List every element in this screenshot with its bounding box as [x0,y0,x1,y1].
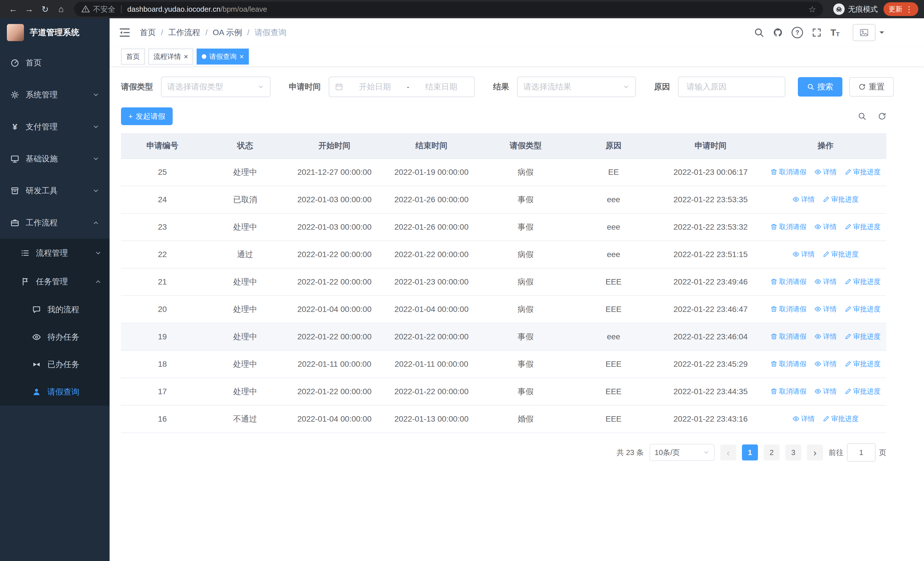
sidebar-item-devtools[interactable]: 研发工具 [0,175,110,207]
sidebar: 芋道管理系统 首页 系统管理 ¥ 支付管理 基础设施 研发工具 工作流 [0,18,110,561]
tab-home[interactable]: 首页 [121,48,145,65]
sidebar-item-my-process[interactable]: 我的流程 [0,296,110,323]
browser-back-button[interactable]: ← [6,2,21,17]
sidebar-item-done-tasks[interactable]: 已办任务 [0,351,110,378]
browser-home-button[interactable]: ⌂ [54,2,69,17]
app-logo[interactable]: 芋道管理系统 [0,18,110,47]
browser-menu-icon[interactable]: ⋮ [905,5,913,14]
cancel-leave-link[interactable]: 取消请假 [771,332,806,341]
approval-progress-link[interactable]: 审批进度 [844,304,880,314]
sidebar-collapse-icon[interactable] [119,27,131,39]
reason-input[interactable] [686,82,778,92]
sidebar-item-system[interactable]: 系统管理 [0,79,110,111]
detail-label: 详情 [801,195,815,204]
approval-progress-link[interactable]: 审批进度 [823,250,859,259]
sidebar-item-workflow[interactable]: 工作流程 [0,207,110,239]
close-icon[interactable]: × [184,53,188,60]
cancel-leave-link[interactable]: 取消请假 [771,359,806,368]
detail-link[interactable]: 详情 [814,387,837,396]
page-button-3[interactable]: 3 [785,444,801,460]
detail-link[interactable]: 详情 [792,195,815,204]
calendar-icon [335,83,343,91]
cancel-leave-link[interactable]: 取消请假 [771,277,806,286]
browser-reload-button[interactable]: ↻ [38,2,52,17]
cancel-leave-link[interactable]: 取消请假 [771,387,806,396]
github-icon[interactable] [773,27,783,38]
total-count: 共 23 条 [616,448,644,457]
result-select[interactable]: 请选择流结果 [517,77,636,97]
cell-start-time: 2022-01-03 00:00:00 [297,223,372,232]
address-bar[interactable]: 不安全 dashboard.yudao.iocoder.cn/bpm/oa/le… [74,2,823,17]
detail-link[interactable]: 详情 [814,304,837,314]
next-page-button[interactable]: › [807,444,823,460]
breadcrumb-item[interactable]: 首页 [140,27,156,38]
approval-progress-link[interactable]: 审批进度 [844,167,880,176]
search-icon[interactable] [754,27,764,38]
approval-progress-link[interactable]: 审批进度 [823,414,859,423]
detail-label: 详情 [823,222,837,232]
sidebar-item-home[interactable]: 首页 [0,47,110,79]
help-icon[interactable]: ? [792,27,803,38]
breadcrumb-item[interactable]: OA 示例 [213,27,242,38]
cancel-leave-link[interactable]: 取消请假 [771,167,806,176]
chat-icon [32,305,41,314]
page-button-2[interactable]: 2 [764,444,780,460]
detail-link[interactable]: 详情 [792,414,815,423]
page-button-1[interactable]: 1 [742,444,758,460]
detail-link[interactable]: 详情 [814,332,837,341]
page-size-select[interactable]: 10条/页 [650,444,714,461]
cell-status: 已取消 [233,195,257,204]
breadcrumb-item[interactable]: 工作流程 [168,27,200,38]
bookmark-star-icon[interactable]: ☆ [808,4,816,14]
approval-progress-link[interactable]: 审批进度 [844,222,880,232]
goto-page-input[interactable] [847,443,876,462]
browser-forward-button[interactable]: → [22,2,36,17]
cancel-leave-link[interactable]: 取消请假 [771,304,806,314]
approval-progress-link[interactable]: 审批进度 [844,387,880,396]
avatar [853,24,876,41]
user-menu[interactable] [853,24,884,41]
leave-type-select[interactable]: 请选择请假类型 [161,77,270,97]
fullscreen-icon[interactable] [812,27,822,38]
cell-apply-time: 2022-01-22 23:51:15 [674,250,748,259]
approval-progress-link[interactable]: 审批进度 [844,277,880,286]
search-button[interactable]: 搜索 [798,77,842,96]
prev-page-button[interactable]: ‹ [720,444,736,460]
tab-leave-query[interactable]: 请假查询× [196,48,249,65]
reset-button[interactable]: 重置 [849,77,894,96]
cell-start-time: 2022-01-04 00:00:00 [297,415,372,423]
sidebar-item-label: 任务管理 [36,276,68,287]
approval-progress-link[interactable]: 审批进度 [844,359,880,368]
sidebar-item-todo-tasks[interactable]: 待办任务 [0,323,110,351]
approval-progress-link[interactable]: 审批进度 [844,332,880,341]
refresh-icon[interactable] [878,112,886,120]
detail-link[interactable]: 详情 [814,167,837,176]
reason-label: 原因 [654,81,670,92]
sidebar-item-task-mgmt[interactable]: 任务管理 [0,267,110,296]
sidebar-item-payment[interactable]: ¥ 支付管理 [0,111,110,143]
table-row: 24 已取消 2022-01-03 00:00:00 2022-01-26 00… [121,186,886,214]
sidebar-item-leave-query[interactable]: 请假查询 [0,378,110,406]
detail-link[interactable]: 详情 [814,277,837,286]
cancel-leave-link[interactable]: 取消请假 [771,222,806,232]
edit-icon [823,415,830,422]
detail-link[interactable]: 详情 [792,250,815,259]
cell-reason: eee [607,195,620,204]
incognito-icon [833,3,844,15]
end-date-placeholder: 结束日期 [414,81,469,92]
toggle-search-icon[interactable] [858,112,866,120]
date-range-picker[interactable]: 开始日期 - 结束日期 [329,77,475,97]
close-icon[interactable]: × [239,53,244,60]
tab-process-detail[interactable]: 流程详情× [148,48,193,65]
detail-label: 详情 [823,304,837,314]
browser-update-button[interactable]: 更新 ⋮ [884,2,918,16]
detail-link[interactable]: 详情 [814,222,837,232]
detail-link[interactable]: 详情 [814,359,837,368]
approval-progress-link[interactable]: 审批进度 [823,195,859,204]
create-leave-button[interactable]: + 发起请假 [121,107,172,125]
sidebar-item-infrastructure[interactable]: 基础设施 [0,143,110,175]
security-warning[interactable]: 不安全 [81,4,115,14]
sidebar-item-process-mgmt[interactable]: 流程管理 [0,239,110,267]
security-label: 不安全 [93,4,115,14]
font-size-icon[interactable]: TT [830,28,840,37]
